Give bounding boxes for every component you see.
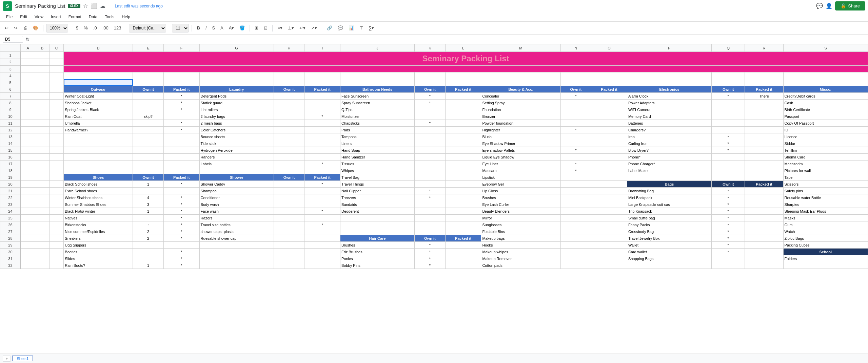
function-btn[interactable]: ∑▾ [367,24,376,32]
beauty-header[interactable]: Beauty & Acc. [481,86,560,93]
percent-btn[interactable]: % [82,24,90,32]
outwear-header[interactable]: Outwear [64,86,133,93]
outwear-ownit-header[interactable]: Own it [133,86,164,93]
font-family-select[interactable]: Default (Ca... [129,24,166,33]
formula-input[interactable] [32,37,865,42]
paint-button[interactable]: 🎨 [31,24,40,32]
comma-btn[interactable]: .0 [91,24,99,32]
folder-icon[interactable]: ⬜ [91,3,97,9]
row-16: 16 Hangers Hand Sanitzer Liquid Eye Shad… [0,154,868,161]
col-header-q[interactable]: Q [712,44,745,52]
shower-header[interactable]: Shower [199,174,274,181]
shower-packedit-header[interactable]: Packed it [304,174,340,181]
cell-d5[interactable] [64,79,133,86]
outwear-packedit-header[interactable]: Packed it [163,86,199,93]
col-header-b[interactable]: B [35,44,49,52]
electronics-header[interactable]: Electronics [627,86,711,93]
col-header-m[interactable]: M [481,44,560,52]
row-12: 12 Handwarmer? * Color Catchers Pads Hig… [0,127,868,133]
menu-insert[interactable]: Insert [47,13,64,21]
col-header-k[interactable]: K [415,44,446,52]
chart-btn[interactable]: 📊 [347,24,356,32]
electronics-packedit-header[interactable]: Packed it [745,86,783,93]
col-header-l[interactable]: L [445,44,481,52]
col-header-j[interactable]: J [340,44,414,52]
col-header-f[interactable]: F [163,44,199,52]
shoes-packedit-header[interactable]: Packed it [163,174,199,181]
wrap-btn[interactable]: ↵▾ [297,24,308,32]
col-header-d[interactable]: D [64,44,133,52]
col-header-a[interactable]: A [21,44,35,52]
electronics-ownit-header[interactable]: Own it [712,86,745,93]
font-size-select[interactable]: 11 [172,24,189,33]
account-icon[interactable]: 👤 [826,3,832,9]
share-button[interactable]: 🔓 Share [835,1,865,10]
col-header-n[interactable]: N [560,44,591,52]
print-button[interactable]: 🖨 [21,24,29,32]
haircare-packedit-header[interactable]: Packed it [445,235,481,242]
shoes-ownit-header[interactable]: Own it [133,174,164,181]
menu-file[interactable]: File [3,13,16,21]
redo-button[interactable]: ↪ [12,24,20,32]
borders-btn[interactable]: ⊞ [253,24,260,32]
bags-ownit-header[interactable]: Own it [712,181,745,188]
text-color-btn[interactable]: A▾ [227,24,236,32]
haircare-ownit-header[interactable]: Own it [415,235,446,242]
dec-btn[interactable]: .00 [100,24,111,32]
school-header[interactable]: School [783,249,868,255]
zoom-select[interactable]: 100% [46,24,68,33]
last-edit-link[interactable]: Last edit was seconds ago [115,4,163,8]
undo-button[interactable]: ↩ [3,24,11,32]
col-header-p[interactable]: P [627,44,711,52]
merge-btn[interactable]: ⊡ [262,24,270,32]
col-header-o[interactable]: O [591,44,627,52]
menu-help[interactable]: Help [118,13,134,21]
dollar-btn[interactable]: $ [74,24,80,32]
toolbar: ↩ ↪ 🖨 🎨 100% $ % .0 .00 123 Default (Ca.… [0,22,868,35]
bags-packedit-header[interactable]: Packed it [745,181,783,188]
fill-color-btn[interactable]: 🪣 [237,24,247,32]
shoes-header[interactable]: Shoes [64,174,133,181]
v-align-btn[interactable]: ⊥▾ [286,24,296,32]
bathroom-header[interactable]: Bathroom Needs [340,86,414,93]
col-header-c[interactable]: C [50,44,64,52]
col-header-r[interactable]: R [745,44,783,52]
menu-edit[interactable]: Edit [17,13,31,21]
shower-ownit-header[interactable]: Own it [274,174,304,181]
menu-view[interactable]: View [31,13,47,21]
menu-tools[interactable]: Tools [101,13,118,21]
format123-btn[interactable]: 123 [112,24,123,32]
bathroom-packedit-header[interactable]: Packed it [445,86,481,93]
bold-btn[interactable]: B [195,24,202,32]
laundry-header[interactable]: Laundry [199,86,274,93]
laundry-ownit-header[interactable]: Own it [274,86,304,93]
cell-reference-input[interactable] [3,36,23,43]
bathroom-ownit-header[interactable]: Own it [415,86,446,93]
add-sheet-button[interactable]: + [3,356,11,362]
sheet-tab-active[interactable]: Sheet1 [12,356,33,361]
misc-header[interactable]: Misco. [783,86,868,93]
h-align-btn[interactable]: ≡▾ [275,24,284,32]
star-icon[interactable]: ☆ [83,3,88,9]
cloud-icon[interactable]: ☁ [100,3,105,9]
beauty-packedit-header[interactable]: Packed it [591,86,627,93]
filter-btn[interactable]: ⊤ [357,24,365,32]
haircare-header[interactable]: Hair Care [340,235,414,242]
bags-header[interactable]: Bags [627,181,711,188]
comment-btn[interactable]: 💬 [336,24,345,32]
menu-data[interactable]: Data [85,13,101,21]
italic-btn[interactable]: I [203,24,209,32]
underline-btn[interactable]: A [218,24,225,32]
col-header-i[interactable]: I [304,44,340,52]
col-header-h[interactable]: H [274,44,304,52]
rotate-btn[interactable]: ↗▾ [309,24,319,32]
comments-icon[interactable]: 💬 [816,3,823,9]
strike-btn[interactable]: S [210,24,217,32]
laundry-packedit-header[interactable]: Packed it [304,86,340,93]
link-btn[interactable]: 🔗 [325,24,334,32]
col-header-s[interactable]: S [783,44,868,52]
col-header-e[interactable]: E [133,44,164,52]
col-header-g[interactable]: G [199,44,274,52]
beauty-ownit-header[interactable]: Own it [560,86,591,93]
menu-format[interactable]: Format [65,13,85,21]
